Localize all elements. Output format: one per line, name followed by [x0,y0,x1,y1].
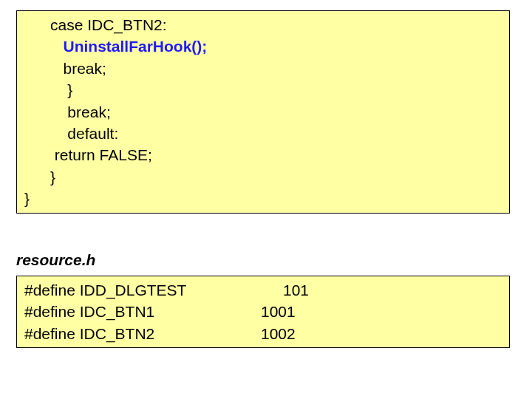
code-line: } [24,79,502,100]
code-line: return FALSE; [24,144,502,166]
define-name: #define IDC_BTN1 [24,301,261,322]
define-line: #define IDC_BTN11001 [24,301,502,322]
define-value: 101 [283,279,309,301]
filename-label: resource.h [16,251,95,269]
highlighted-call: UninstallFarHook(); [64,38,208,55]
code-line: break; [24,101,502,123]
code-line: case IDC_BTN2: [24,14,502,35]
code-line: default: [24,123,502,144]
code-block-1: case IDC_BTN2: UninstallFarHook(); break… [16,10,510,214]
define-name: #define IDC_BTN2 [24,323,261,344]
define-line: #define IDC_BTN21002 [24,323,502,344]
define-value: 1001 [261,301,296,322]
define-line: #define IDD_DLGTEST101 [24,279,502,301]
code-block-2: #define IDD_DLGTEST101#define IDC_BTN110… [16,276,510,348]
code-line: } [24,166,502,188]
code-line: UninstallFarHook(); [24,35,502,57]
code-line: } [24,188,502,209]
code-line: break; [24,58,502,79]
define-value: 1002 [261,323,296,344]
define-name: #define IDD_DLGTEST [24,279,261,301]
